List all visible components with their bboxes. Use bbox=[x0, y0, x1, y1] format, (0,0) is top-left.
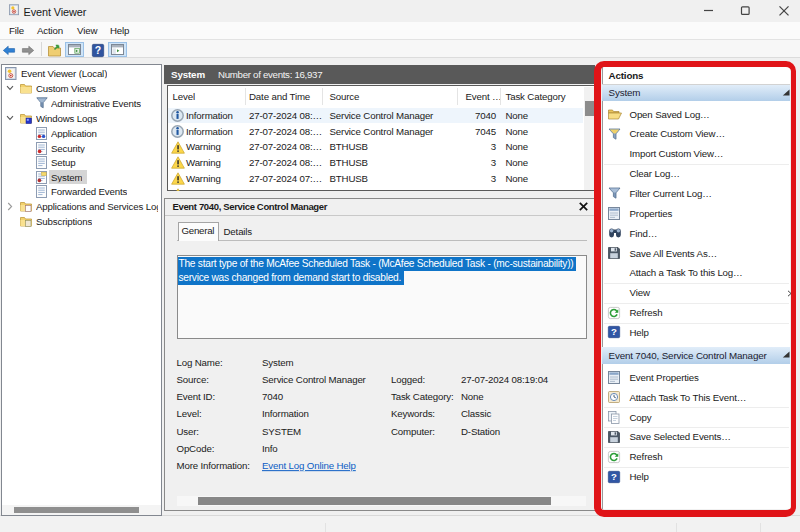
svg-text:?: ? bbox=[95, 44, 101, 56]
